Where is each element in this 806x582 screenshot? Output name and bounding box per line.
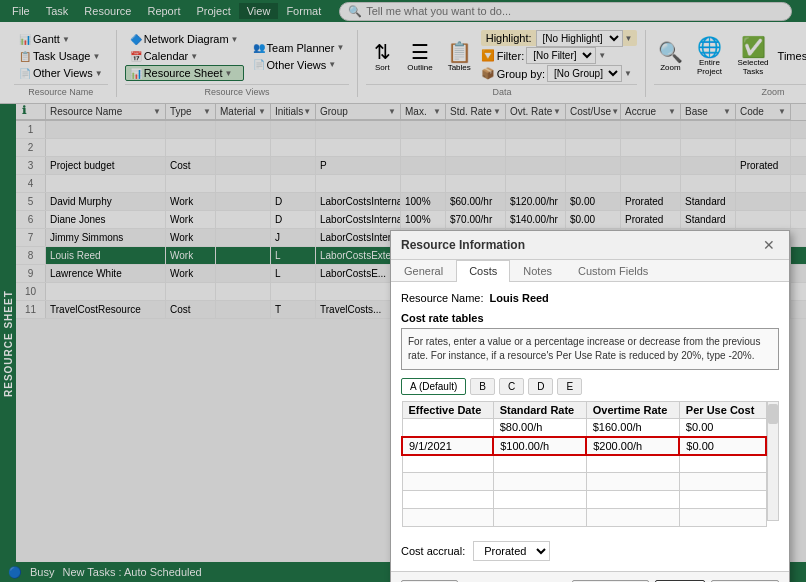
dialog-title-bar: Resource Information ✕ [391, 231, 789, 260]
dialog-body: Resource Name: Louis Reed Cost rate tabl… [391, 282, 789, 571]
cost-tab-a[interactable]: A (Default) [401, 378, 466, 395]
cost-cell[interactable] [679, 473, 766, 491]
cost-cell[interactable] [586, 455, 679, 473]
col-per-use-cost: Per Use Cost [679, 402, 766, 419]
cost-cell[interactable]: $0.00 [679, 419, 766, 437]
cost-cell[interactable]: $80.00/h [493, 419, 586, 437]
cost-tab-c[interactable]: C [499, 378, 524, 395]
resource-information-dialog: Resource Information ✕ General Costs Not… [390, 230, 790, 582]
cost-tabs: A (Default) B C D E [401, 378, 779, 395]
cost-cell[interactable]: $0.00 [679, 437, 766, 455]
cost-cell[interactable] [402, 491, 493, 509]
cost-table: Effective Date Standard Rate Overtime Ra… [401, 401, 767, 527]
dialog-tab-notes[interactable]: Notes [510, 260, 565, 281]
cost-cell[interactable] [493, 491, 586, 509]
dialog-footer: Help Details... OK Cancel [391, 571, 789, 582]
dialog-tab-custom-fields[interactable]: Custom Fields [565, 260, 661, 281]
col-standard-rate: Standard Rate [493, 402, 586, 419]
cost-cell[interactable] [402, 455, 493, 473]
cost-tab-b[interactable]: B [470, 378, 495, 395]
cost-accrual-select[interactable]: Prorated Start End [473, 541, 550, 561]
dialog-tab-costs[interactable]: Costs [456, 260, 510, 282]
cost-cell[interactable]: $160.00/h [586, 419, 679, 437]
cost-cell[interactable] [679, 509, 766, 527]
cost-cell[interactable] [493, 509, 586, 527]
cost-cell[interactable] [402, 419, 493, 437]
cost-cell[interactable]: $200.00/h [586, 437, 679, 455]
dialog-title: Resource Information [401, 238, 525, 252]
cost-cell[interactable] [586, 473, 679, 491]
cost-cell[interactable] [586, 491, 679, 509]
cost-tab-e[interactable]: E [557, 378, 582, 395]
dialog-tabs-bar: General Costs Notes Custom Fields [391, 260, 789, 282]
dialog-close-btn[interactable]: ✕ [759, 237, 779, 253]
cost-cell[interactable] [402, 473, 493, 491]
resource-name-row: Resource Name: Louis Reed [401, 292, 779, 304]
col-effective-date: Effective Date [402, 402, 493, 419]
col-overtime-rate: Overtime Rate [586, 402, 679, 419]
cost-table-scrollbar[interactable] [767, 401, 779, 521]
cost-cell[interactable] [402, 509, 493, 527]
cost-tab-d[interactable]: D [528, 378, 553, 395]
resource-label: Resource Name: [401, 292, 484, 304]
dialog-tab-general[interactable]: General [391, 260, 456, 281]
cost-cell[interactable]: $100.00/h [493, 437, 586, 455]
cost-cell[interactable] [493, 455, 586, 473]
info-text: For rates, enter a value or a percentage… [401, 328, 779, 370]
cost-cell[interactable]: 9/1/2021 [402, 437, 493, 455]
cost-cell[interactable] [493, 473, 586, 491]
resource-name-value: Louis Reed [490, 292, 549, 304]
cost-accrual-row: Cost accrual: Prorated Start End [401, 541, 779, 561]
cost-rate-section-title: Cost rate tables [401, 312, 779, 324]
cost-cell[interactable] [679, 455, 766, 473]
cost-cell[interactable] [586, 509, 679, 527]
cost-cell[interactable] [679, 491, 766, 509]
cost-accrual-label: Cost accrual: [401, 545, 465, 557]
